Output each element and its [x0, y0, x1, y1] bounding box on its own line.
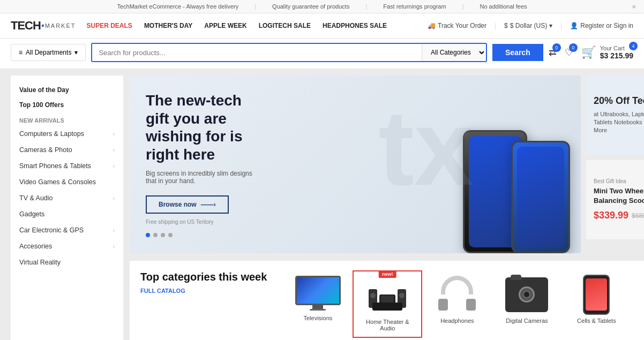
sidebar-item-accessories[interactable]: Accesories› [11, 238, 123, 254]
logo[interactable]: TECH·MARKET [11, 19, 76, 33]
sidebar-item-computers[interactable]: Computers & Laptops› [11, 126, 123, 142]
register-label: Register or Sign in [580, 22, 633, 29]
sidebar-item-cameras[interactable]: Cameras & Photo› [11, 142, 123, 158]
announcement-returns: Fast returnings program [383, 3, 446, 10]
hero-dots [146, 233, 264, 237]
categories-section: Top categories this week FULL CATALOG Te… [130, 261, 644, 340]
hero-dot-1[interactable] [146, 233, 150, 237]
sidebar-section-new-arrivals: New Arrivals [11, 111, 123, 126]
divider1: | [495, 22, 496, 29]
register-signin[interactable]: 👤 Register or Sign in [570, 22, 633, 29]
wishlist-button[interactable]: ♡ 0 [565, 47, 573, 58]
track-order[interactable]: 🚚 Track Your Order [428, 22, 486, 29]
side-banner-1-subtitle: at Ultrabooks, Laptops, Tablets Notebook… [594, 110, 644, 135]
compare-button[interactable]: ⇄ 0 [549, 47, 557, 58]
side-banners: 20% Off Tech at Ultrabooks, Laptops, Tab… [586, 75, 644, 253]
side-banner-2-price: $339.99 [594, 210, 628, 221]
sep1: | [254, 3, 256, 10]
departments-label: All Departments [26, 49, 71, 56]
sidebar-item-smartphones[interactable]: Smart Phones & Tablets› [11, 158, 123, 174]
arrow-icon: ——› [201, 201, 216, 208]
dollar-icon: $ [504, 22, 508, 29]
side-banner-2-product: Mini Two Wheel Self Balancing Scooter [594, 186, 644, 206]
browse-label: Browse now [159, 201, 197, 208]
svg-point-13 [370, 293, 376, 298]
hero-bg-letter: tx [378, 86, 474, 209]
sidebar-item-gadgets[interactable]: Gadgets [11, 206, 123, 222]
side-banner-1-title: 20% Off Tech [594, 95, 644, 107]
cart-total-amount: $3 215.99 [600, 51, 633, 60]
hero-dot-4[interactable] [168, 233, 173, 237]
nav-logitech-sale[interactable]: LOGITECH SALE [259, 22, 311, 29]
hero-banner: The new-tech gift you are wishing for is… [130, 75, 581, 253]
category-label-televisions: Televisions [303, 315, 332, 321]
main-layout: Value of the Day Top 100 Offers New Arri… [0, 69, 644, 340]
sidebar-item-top100[interactable]: Top 100 Offers [11, 96, 123, 111]
cart-button[interactable]: 🛒 4 Your Cart $3 215.99 [581, 45, 633, 60]
side-banner-1-text: 20% Off Tech at Ultrabooks, Laptops, Tab… [594, 95, 644, 135]
category-item-smartwatches[interactable]: Smartwatches [631, 270, 644, 338]
cart-count: 4 [629, 42, 638, 50]
currency-selector[interactable]: $ $ Dollar (US) ▾ [504, 22, 552, 29]
category-item-home-theater[interactable]: new! [353, 270, 422, 338]
sidebar-item-videogames[interactable]: Video Games & Consoles [11, 174, 123, 190]
header: TECH·MARKET SUPER DEALS MOTHER'S DAY APP… [0, 13, 644, 39]
chevron-down-icon: ▾ [74, 49, 78, 56]
side-banner-2-old-price: $689 [632, 212, 644, 220]
chevron-right-icon: › [113, 244, 115, 250]
cells-image [572, 276, 620, 313]
truck-icon: 🚚 [428, 22, 436, 29]
svg-point-15 [399, 293, 405, 298]
nav-headphones-sale[interactable]: HEADPHONES SALE [323, 22, 387, 29]
home-theater-image [363, 277, 411, 314]
divider2: | [560, 22, 562, 29]
category-item-cameras[interactable]: Digital Cameras [492, 270, 561, 338]
chevron-right-icon: › [113, 163, 115, 169]
nav-super-deals[interactable]: SUPER DEALS [87, 22, 132, 29]
search-input[interactable] [92, 44, 422, 61]
full-catalog-link[interactable]: FULL CATALOG [140, 288, 267, 294]
hero-phones [463, 130, 570, 253]
sidebar-item-car-electronic[interactable]: Car Electronic & GPS› [11, 222, 123, 238]
sidebar-item-tv[interactable]: TV & Audio› [11, 190, 123, 206]
hero-dot-3[interactable] [161, 233, 165, 237]
hero-title: The new-tech gift you are wishing for is… [146, 92, 264, 163]
departments-button[interactable]: ≡ All Departments ▾ [11, 44, 86, 61]
categories-header: Top categories this week FULL CATALOG Te… [140, 270, 644, 338]
nav-mothers-day[interactable]: MOTHER'S DAY [144, 22, 192, 29]
hero-dot-2[interactable] [153, 233, 158, 237]
your-cart-label: Your Cart [600, 45, 633, 51]
category-item-headphones[interactable]: Headphones [422, 270, 492, 338]
main-nav: SUPER DEALS MOTHER'S DAY APPLE WEEK LOGI… [87, 22, 417, 29]
new-badge: new! [379, 270, 396, 278]
close-icon[interactable]: × [632, 3, 636, 11]
category-label-cameras: Digital Cameras [506, 318, 548, 324]
search-button[interactable]: Search [492, 44, 543, 61]
logo-tech: TECH [11, 19, 41, 33]
header-right: 🚚 Track Your Order | $ $ Dollar (US) ▾ |… [428, 22, 633, 29]
search-bar-row: ≡ All Departments ▾ All Categories Searc… [0, 39, 644, 69]
side-banner-2-text: Best Gift Idea Mini Two Wheel Self Balan… [594, 178, 644, 221]
compare-count: 0 [552, 43, 561, 52]
sidebar: Value of the Day Top 100 Offers New Arri… [11, 75, 123, 340]
announcement-quality: Quality guarantee of products [272, 3, 349, 10]
currency-label: $ Dollar (US) [510, 22, 547, 29]
hero-shipping: Free shipping on US Teritory [146, 219, 264, 225]
svg-rect-16 [372, 303, 402, 311]
side-banner-scooter[interactable]: Best Gift Idea Mini Two Wheel Self Balan… [586, 160, 644, 239]
cart-icon: 🛒 [581, 46, 596, 59]
categories-title: Top categories this week [140, 270, 267, 283]
hero-text: The new-tech gift you are wishing for is… [146, 92, 264, 237]
chevron-right-icon: › [113, 195, 115, 201]
category-dropdown[interactable]: All Categories [422, 44, 486, 61]
category-item-televisions[interactable]: Televisions [283, 270, 353, 338]
sidebar-item-value-of-day[interactable]: Value of the Day [11, 81, 123, 96]
announcement-delivery: TechMarket eCommerce - Always free deliv… [117, 3, 238, 10]
categories-title-area: Top categories this week FULL CATALOG [140, 270, 267, 294]
browse-now-button[interactable]: Browse now ——› [146, 195, 229, 214]
side-banner-tech[interactable]: 20% Off Tech at Ultrabooks, Laptops, Tab… [586, 75, 644, 155]
sidebar-item-vr[interactable]: Virtual Reality [11, 254, 123, 270]
nav-apple-week[interactable]: APPLE WEEK [204, 22, 246, 29]
chevron-right-icon: › [113, 131, 115, 137]
category-item-cells[interactable]: Cells & Tablets [561, 270, 631, 338]
